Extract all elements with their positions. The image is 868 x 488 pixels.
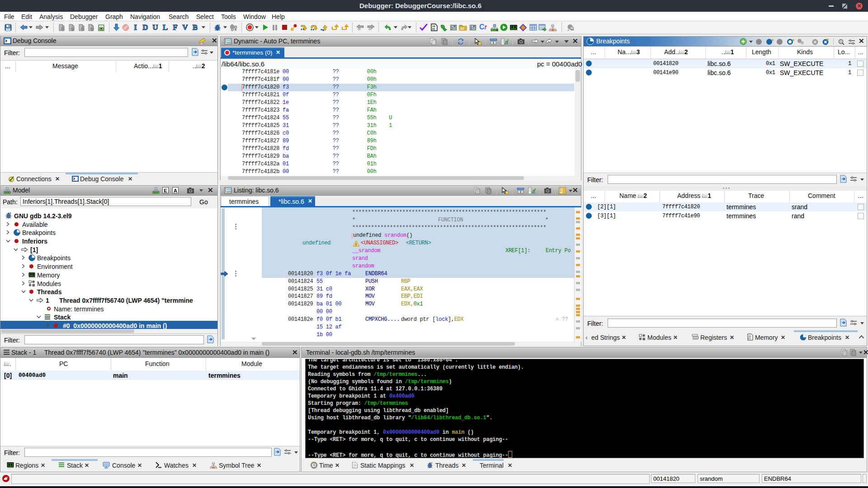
svg-text:DT: DT — [461, 27, 465, 30]
svg-text:!: ! — [355, 242, 357, 247]
svg-text:01: 01 — [432, 28, 435, 31]
svg-text:01: 01 — [748, 338, 751, 340]
